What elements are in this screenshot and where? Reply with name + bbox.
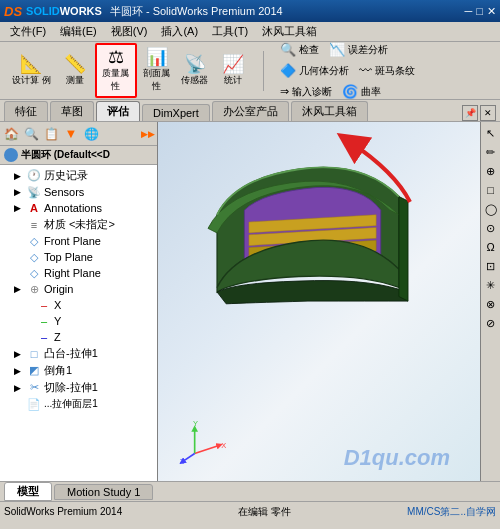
watermark: D1qu.com	[344, 445, 450, 471]
expand-boss: ▶	[14, 349, 24, 359]
tree-item-chamfer1[interactable]: ▶ ◩ 倒角1	[0, 362, 157, 379]
expand-origin: ▶	[14, 284, 24, 294]
menu-view[interactable]: 视图(V)	[105, 23, 154, 40]
tree-item-right-plane[interactable]: ◇ Right Plane	[0, 265, 157, 281]
tab-features[interactable]: 特征	[4, 101, 48, 121]
section-icon: 📊	[146, 48, 168, 66]
svg-text:Z: Z	[180, 457, 185, 466]
tree-item-annotations[interactable]: ▶ A Annotations	[0, 200, 157, 216]
toolbar-design-calc[interactable]: 📐 设计算 例	[8, 53, 55, 89]
window-title: 半圆环 - SolidWorks Premium 2014	[110, 4, 465, 19]
tree-btn-house[interactable]: 🏠	[2, 125, 20, 143]
part-name-label: 半圆环 (Default<<D	[21, 148, 110, 162]
right-btn-5[interactable]: ◯	[482, 200, 500, 218]
expand-annotations: ▶	[14, 203, 24, 213]
expand-front	[14, 236, 24, 246]
toolbar-curvature[interactable]: 🌀 曲率	[338, 82, 385, 101]
right-btn-7[interactable]: Ω	[482, 238, 500, 256]
tree-btn-clipboard[interactable]: 📋	[42, 125, 60, 143]
expand-material	[14, 220, 24, 230]
tree-item-history[interactable]: ▶ 🕐 历史记录	[0, 167, 157, 184]
zebra-icon: 〰	[359, 63, 372, 78]
ds-logo: DS	[4, 4, 22, 19]
y-label: Y	[54, 315, 61, 327]
toolbar-statistics[interactable]: 📈 统计	[215, 53, 251, 89]
tab-mufeng[interactable]: 沐风工具箱	[291, 101, 368, 121]
feature-tree-panel: 🏠 🔍 📋 ▼ 🌐 ▶▶ 半圆环 (Default<<D ▶ 🕐 历史记录 ▶ …	[0, 122, 158, 481]
sensors-tree-icon: 📡	[27, 185, 41, 199]
tree-item-material[interactable]: ≡ 材质 <未指定>	[0, 216, 157, 233]
tree-item-origin[interactable]: ▶ ⊕ Origin	[0, 281, 157, 297]
tree-item-y[interactable]: – Y	[0, 313, 157, 329]
menu-insert[interactable]: 插入(A)	[155, 23, 204, 40]
expand-history: ▶	[14, 171, 24, 181]
tree-item-x[interactable]: – X	[0, 297, 157, 313]
right-btn-10[interactable]: ⊗	[482, 295, 500, 313]
tree-btn-search[interactable]: 🔍	[22, 125, 40, 143]
close-button[interactable]: ✕	[487, 5, 496, 18]
toolbar-group-analysis: 🔍 检查 📉 误差分析 🔷 几何体分析 〰 斑马条纹	[272, 39, 423, 102]
filter-icon: ▼	[65, 126, 78, 141]
chamfer-label: 倒角1	[44, 363, 72, 378]
filter-indicator: ▶▶	[141, 129, 155, 139]
3d-part-svg	[178, 142, 438, 342]
toolbar-section-properties[interactable]: 📊 剖面属性	[139, 46, 175, 95]
material-icon: ≡	[27, 218, 41, 232]
top-plane-label: Top Plane	[44, 251, 93, 263]
toolbar-measure[interactable]: 📏 测量	[57, 53, 93, 89]
toolbar-sensors[interactable]: 📡 传感器	[177, 53, 213, 89]
menu-file[interactable]: 文件(F)	[4, 23, 52, 40]
tab-controls: 📌 ✕	[462, 105, 496, 121]
toolbar-input-diag[interactable]: ⇒ 输入诊断	[276, 83, 336, 101]
tree-item-surface1[interactable]: 📄 ...拉伸面层1	[0, 396, 157, 412]
tree-item-sensors[interactable]: ▶ 📡 Sensors	[0, 184, 157, 200]
toolbar-geo-analysis[interactable]: 🔷 几何体分析	[276, 61, 353, 80]
tree-btn-chart[interactable]: 🌐	[82, 125, 100, 143]
toolbar-area: 📐 设计算 例 📏 测量 ⚖ 质量属性 📊 剖面属性 📡 传感器	[0, 42, 500, 100]
tree-item-z[interactable]: – Z	[0, 329, 157, 345]
right-btn-4[interactable]: □	[482, 181, 500, 199]
minimize-button[interactable]: ─	[465, 5, 473, 17]
expand-surface	[14, 399, 24, 409]
tree-item-cut1[interactable]: ▶ ✂ 切除-拉伸1	[0, 379, 157, 396]
right-btn-9[interactable]: ✳	[482, 276, 500, 294]
right-btn-6[interactable]: ⊙	[482, 219, 500, 237]
right-btn-2[interactable]: ✏	[482, 143, 500, 161]
tree-item-boss-extrude1[interactable]: ▶ □ 凸台-拉伸1	[0, 345, 157, 362]
tab-evaluate[interactable]: 评估	[96, 101, 140, 121]
toolbar-zebra[interactable]: 〰 斑马条纹	[355, 61, 419, 80]
toolbar-check[interactable]: 🔍 检查	[276, 40, 323, 59]
right-btn-11[interactable]: ⊘	[482, 314, 500, 332]
tab-office[interactable]: 办公室产品	[212, 101, 289, 121]
tree-content[interactable]: ▶ 🕐 历史记录 ▶ 📡 Sensors ▶ A Annotations ≡ 材…	[0, 165, 157, 481]
axes-indicator: X Y Z	[178, 416, 228, 466]
maximize-button[interactable]: □	[476, 5, 483, 17]
annotations-label: Annotations	[44, 202, 102, 214]
tab-dimxpert[interactable]: DimXpert	[142, 104, 210, 121]
bottom-tab-model[interactable]: 模型	[4, 482, 52, 501]
tab-pin-button[interactable]: 📌	[462, 105, 478, 121]
menu-tools[interactable]: 工具(T)	[206, 23, 254, 40]
title-bar: DS SOLIDWORKS 半圆环 - SolidWorks Premium 2…	[0, 0, 500, 22]
tab-sketch[interactable]: 草图	[50, 101, 94, 121]
svg-line-0	[195, 445, 220, 453]
menu-mufeng[interactable]: 沐风工具箱	[256, 23, 323, 40]
right-btn-8[interactable]: ⊡	[482, 257, 500, 275]
bottom-tab-motion[interactable]: Motion Study 1	[54, 484, 153, 500]
geo-label: 几何体分析	[299, 64, 349, 78]
right-btn-1[interactable]: ↖	[482, 124, 500, 142]
curvature-label: 曲率	[361, 85, 381, 99]
toolbar-error-analysis[interactable]: 📉 误差分析	[325, 40, 392, 59]
tree-toolbar: 🏠 🔍 📋 ▼ 🌐 ▶▶	[0, 122, 157, 146]
app-logo: DS SOLIDWORKS	[4, 4, 102, 19]
tree-item-top-plane[interactable]: ◇ Top Plane	[0, 249, 157, 265]
viewport[interactable]: X Y Z	[158, 122, 480, 481]
tab-close-button[interactable]: ✕	[480, 105, 496, 121]
toolbar-mass-properties[interactable]: ⚖ 质量属性	[98, 46, 134, 95]
right-btn-3[interactable]: ⊕	[482, 162, 500, 180]
tree-btn-filter[interactable]: ▼	[62, 125, 80, 143]
tree-item-front-plane[interactable]: ◇ Front Plane	[0, 233, 157, 249]
menu-edit[interactable]: 编辑(E)	[54, 23, 103, 40]
x-icon: –	[37, 298, 51, 312]
geo-icon: 🔷	[280, 63, 296, 78]
